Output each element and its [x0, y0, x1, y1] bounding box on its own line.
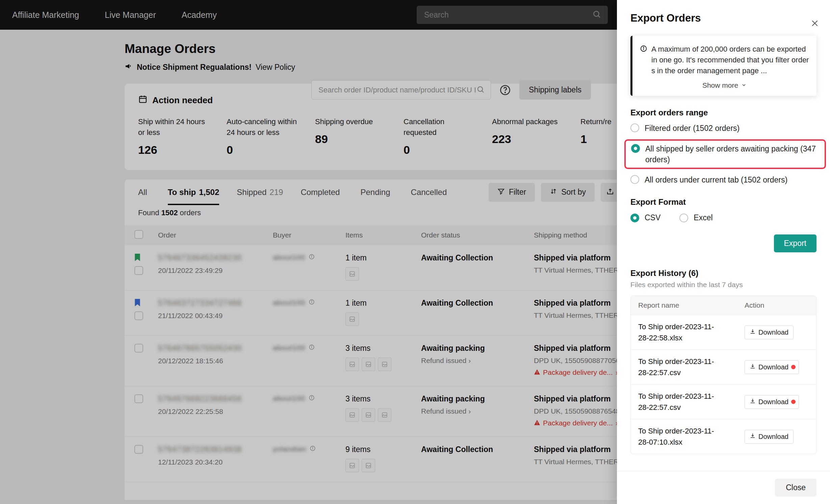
export-orders-panel: Export Orders A maximum of 200,000 order…: [617, 0, 830, 504]
modal-dim-overlay: [0, 0, 617, 504]
report-name: To Ship order-2023-11-28-22:57.csv: [638, 356, 723, 378]
notice-text: A maximum of 200,000 orders can be expor…: [651, 44, 809, 76]
close-icon[interactable]: [809, 18, 821, 30]
export-history-heading: Export History (6): [630, 269, 816, 278]
export-history-row: To Ship order-2023-11-28-22:57.csv Downl…: [631, 384, 816, 419]
history-table-header: Report name Action: [631, 296, 816, 315]
export-format-heading: Export Format: [630, 197, 816, 207]
radio-label: All shipped by seller orders awaiting pa…: [645, 143, 819, 165]
export-history-row: To Ship order-2023-11-28-22:57.csv Downl…: [631, 349, 816, 384]
report-name: To Ship order-2023-11-28-07:10.xlsx: [638, 425, 723, 448]
format-option-excel[interactable]: Excel: [679, 212, 712, 223]
download-button[interactable]: Download: [745, 360, 799, 374]
export-format-options: CSV Excel: [630, 212, 816, 223]
radio-label: Excel: [694, 212, 712, 223]
radio-label: CSV: [645, 212, 660, 223]
download-button[interactable]: Download: [745, 326, 794, 339]
info-icon: [640, 45, 647, 76]
radio-label: All orders under current tab (1502 order…: [645, 174, 787, 185]
range-option-filtered[interactable]: Filtered order (1502 orders): [630, 123, 816, 134]
download-icon: [750, 433, 756, 441]
export-history-row: To Ship order-2023-11-28-22:58.xlsx Down…: [631, 315, 816, 349]
download-icon: [750, 398, 756, 406]
export-range-options: Filtered order (1502 orders) All shipped…: [630, 123, 816, 185]
column-action: Action: [745, 301, 809, 309]
radio-unselected-icon[interactable]: [630, 123, 639, 132]
radio-selected-icon[interactable]: [630, 214, 639, 222]
download-button[interactable]: Download: [745, 395, 799, 409]
range-option-awaiting-packing[interactable]: All shipped by seller orders awaiting pa…: [631, 143, 819, 165]
notification-dot: [791, 365, 796, 369]
export-button[interactable]: Export: [774, 234, 816, 252]
format-option-csv[interactable]: CSV: [630, 212, 660, 223]
download-icon: [750, 363, 756, 371]
column-report-name: Report name: [638, 301, 745, 309]
report-name: To Ship order-2023-11-28-22:57.csv: [638, 391, 723, 413]
report-name: To Ship order-2023-11-28-22:58.xlsx: [638, 321, 723, 343]
panel-footer: Close: [617, 471, 830, 504]
radio-selected-icon[interactable]: [631, 144, 640, 153]
panel-title: Export Orders: [630, 12, 816, 24]
export-range-heading: Export orders range: [630, 108, 816, 117]
radio-unselected-icon[interactable]: [679, 214, 688, 222]
export-history-table: Report name Action To Ship order-2023-11…: [630, 296, 816, 454]
notification-dot: [791, 400, 796, 404]
chevron-down-icon: [741, 81, 747, 89]
export-history-row: To Ship order-2023-11-28-07:10.xlsx Down…: [631, 419, 816, 454]
download-icon: [750, 329, 756, 336]
close-button[interactable]: Close: [775, 479, 816, 497]
range-option-current-tab[interactable]: All orders under current tab (1502 order…: [630, 174, 816, 185]
export-history-subtitle: Files exported within the last 7 days: [630, 281, 816, 289]
show-more-button[interactable]: Show more: [640, 81, 809, 90]
annotation-highlight-box: All shipped by seller orders awaiting pa…: [624, 139, 826, 169]
export-limit-notice: A maximum of 200,000 orders can be expor…: [630, 36, 816, 96]
radio-unselected-icon[interactable]: [630, 175, 639, 184]
screen: Affiliate Marketing Live Manager Academy…: [0, 0, 830, 504]
download-button[interactable]: Download: [745, 430, 794, 444]
radio-label: Filtered order (1502 orders): [645, 123, 740, 134]
